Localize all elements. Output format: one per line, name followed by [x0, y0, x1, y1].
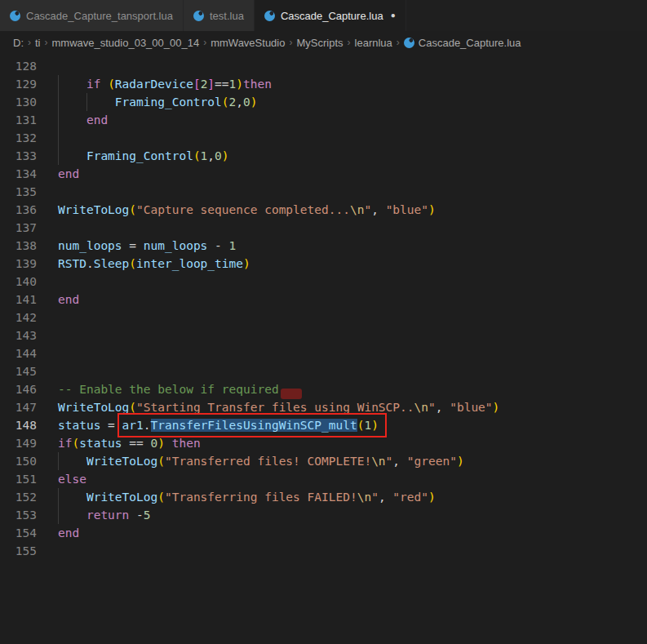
modified-dot[interactable]: ● — [391, 11, 396, 20]
code-line[interactable]: 136WriteToLog("Capture sequence complete… — [0, 201, 647, 219]
breadcrumb-item[interactable]: ti — [35, 37, 41, 49]
breadcrumb-separator-icon: › — [28, 37, 31, 48]
code-token: inter_loop_time — [136, 257, 243, 270]
code-line[interactable]: 137 — [0, 219, 647, 237]
breadcrumb-item[interactable]: Cascade_Capture.lua — [404, 37, 521, 49]
code-line[interactable]: 151else — [0, 470, 647, 488]
code-editor[interactable]: 128129 if (RadarDevice[2]==1)then130 Fra… — [0, 54, 647, 644]
indent-guide — [58, 452, 59, 470]
code-line[interactable]: 141end — [0, 291, 647, 309]
code-token: ) — [428, 203, 436, 216]
code-text[interactable]: WriteToLog("Transferring files FAILED!\n… — [37, 488, 647, 506]
code-line[interactable]: 146-- Enable the below if required — [0, 380, 647, 398]
code-line[interactable]: 148status = ar1.TransferFilesUsingWinSCP… — [0, 416, 647, 434]
code-line[interactable]: 155 — [0, 542, 647, 560]
code-line[interactable]: 152 WriteToLog("Transferring files FAILE… — [0, 488, 647, 506]
code-token: num_loops — [144, 239, 208, 252]
breadcrumb-item[interactable]: mmwave_studio_03_00_00_14 — [52, 37, 200, 49]
code-text[interactable]: end — [37, 291, 647, 309]
code-token: ar1 — [122, 419, 144, 432]
breadcrumb-item[interactable]: D: — [13, 37, 24, 49]
code-text[interactable] — [37, 183, 647, 201]
code-text[interactable]: RSTD.Sleep(inter_loop_time) — [37, 255, 647, 273]
breadcrumb-item[interactable]: mmWaveStudio — [210, 37, 285, 49]
code-line[interactable]: 135 — [0, 183, 647, 201]
code-text[interactable]: else — [37, 470, 647, 488]
line-number: 149 — [0, 434, 37, 452]
code-text[interactable] — [37, 273, 647, 291]
code-text[interactable]: status = ar1.TransferFilesUsingWinSCP_mu… — [37, 416, 647, 434]
code-line[interactable]: 134end — [0, 165, 647, 183]
breadcrumb: D:›ti›mmwave_studio_03_00_00_14›mmWaveSt… — [0, 31, 647, 54]
code-line[interactable]: 147WriteToLog("Starting Transfer files u… — [0, 398, 647, 416]
tab-cascade-capture-tansport-lua[interactable]: Cascade_Capture_tansport.lua — [0, 0, 184, 31]
code-token: ) — [236, 78, 243, 91]
code-line[interactable]: 132 — [0, 129, 647, 147]
code-text[interactable]: WriteToLog("Capture sequence completed..… — [37, 201, 647, 219]
code-token: end — [58, 526, 79, 540]
code-token: WriteToLog — [86, 491, 157, 504]
code-line[interactable]: 129 if (RadarDevice[2]==1)then — [0, 75, 647, 93]
line-number: 154 — [0, 524, 37, 542]
code-line[interactable]: 139RSTD.Sleep(inter_loop_time) — [0, 255, 647, 273]
code-line[interactable]: 128 — [0, 57, 647, 75]
code-token: , — [207, 149, 215, 162]
code-text[interactable]: end — [37, 165, 647, 183]
code-token: ) — [428, 491, 436, 504]
code-text[interactable] — [37, 309, 647, 326]
line-number: 147 — [0, 398, 37, 416]
code-text[interactable]: num_loops = num_loops - 1 — [37, 237, 647, 255]
code-line[interactable]: 131 end — [0, 111, 647, 129]
line-number: 131 — [0, 111, 37, 129]
tab-label: test.lua — [210, 10, 244, 22]
code-token: ( — [129, 257, 136, 270]
code-text[interactable]: if (RadarDevice[2]==1)then — [37, 75, 647, 93]
code-text[interactable]: if(status == 0) then — [37, 434, 647, 452]
code-token: status — [79, 437, 122, 450]
code-text[interactable] — [37, 129, 647, 147]
code-text[interactable] — [37, 542, 647, 560]
code-text[interactable] — [37, 57, 647, 75]
code-token: == — [122, 437, 151, 450]
code-text[interactable]: end — [37, 524, 647, 542]
code-text[interactable]: end — [37, 111, 647, 129]
code-token: 1 — [229, 78, 237, 91]
code-line[interactable]: 153 return -5 — [0, 506, 647, 524]
code-line[interactable]: 133 Framing_Control(1,0) — [0, 147, 647, 165]
lua-file-icon — [264, 11, 275, 21]
breadcrumb-item[interactable]: MyScripts — [296, 37, 343, 49]
line-number: 153 — [0, 506, 37, 524]
code-line[interactable]: 149if(status == 0) then — [0, 434, 647, 452]
code-line[interactable]: 144 — [0, 344, 647, 362]
tab-test-lua[interactable]: test.lua — [184, 0, 255, 31]
line-number: 144 — [0, 344, 37, 362]
code-line[interactable]: 142 — [0, 309, 647, 326]
code-token: ( — [129, 401, 136, 414]
lua-file-icon — [193, 11, 204, 21]
code-line[interactable]: 143 — [0, 326, 647, 344]
code-line[interactable]: 138num_loops = num_loops - 1 — [0, 237, 647, 255]
code-text[interactable] — [37, 344, 647, 362]
code-text[interactable]: WriteToLog("Transferred files! COMPLETE!… — [37, 452, 647, 470]
code-token: - — [207, 239, 228, 252]
code-text[interactable] — [37, 362, 647, 380]
code-text[interactable] — [37, 219, 647, 237]
code-line[interactable]: 150 WriteToLog("Transferred files! COMPL… — [0, 452, 647, 470]
code-text[interactable]: Framing_Control(1,0) — [37, 147, 647, 165]
code-text[interactable]: -- Enable the below if required — [37, 380, 647, 398]
tab-cascade-capture-lua[interactable]: Cascade_Capture.lua● — [255, 0, 406, 31]
code-token: " — [371, 491, 379, 504]
breadcrumb-item[interactable]: learnlua — [355, 37, 392, 49]
code-line[interactable]: 130 Framing_Control(2,0) — [0, 93, 647, 111]
code-line[interactable]: 154end — [0, 524, 647, 542]
code-token: \n — [371, 455, 385, 468]
code-text[interactable] — [37, 326, 647, 344]
code-text[interactable]: Framing_Control(2,0) — [37, 93, 647, 111]
code-token: 0 — [151, 437, 158, 450]
code-line[interactable]: 145 — [0, 362, 647, 380]
code-line[interactable]: 140 — [0, 273, 647, 291]
line-number: 138 — [0, 237, 37, 255]
code-text[interactable]: WriteToLog("Starting Transfer files usin… — [37, 398, 647, 416]
code-token: end — [58, 167, 79, 180]
code-text[interactable]: return -5 — [37, 506, 647, 524]
